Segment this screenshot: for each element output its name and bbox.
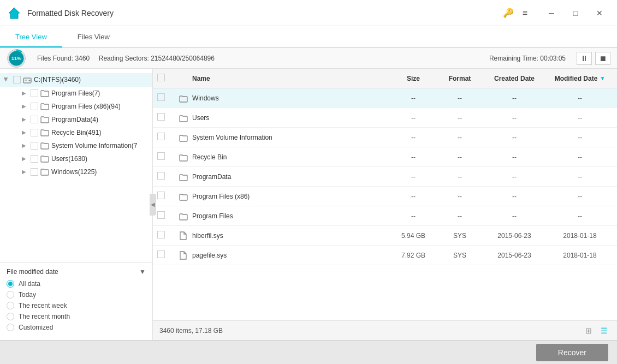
tree-checkbox-child[interactable] — [31, 168, 38, 176]
row-checkbox[interactable] — [157, 211, 165, 219]
tree-child-label: Windows(1225) — [51, 168, 97, 176]
radio-button[interactable] — [7, 291, 14, 299]
col-name-header[interactable]: Name — [192, 75, 389, 82]
row-checkbox[interactable] — [157, 93, 165, 101]
table-row[interactable]: hiberfil.sys 5.94 GB SYS 2015-06-23 2018… — [153, 226, 617, 246]
radio-button[interactable] — [7, 302, 14, 309]
row-checkbox[interactable] — [157, 192, 165, 199]
tab-tree-view[interactable]: Tree View — [0, 27, 62, 47]
table-row[interactable]: pagefile.sys 7.92 GB SYS 2015-06-23 2018… — [153, 246, 617, 265]
filter-option-label: All data — [19, 280, 40, 288]
menu-icon[interactable]: ≡ — [523, 8, 527, 18]
radio-button[interactable] — [7, 313, 14, 320]
row-checkbox-cell — [157, 172, 179, 181]
filter-option[interactable]: Customized — [7, 324, 146, 331]
row-file-icon — [179, 93, 192, 102]
row-checkbox[interactable] — [157, 250, 165, 258]
tree-arrow-child[interactable]: ▶ — [20, 168, 28, 176]
row-format: -- — [438, 114, 482, 122]
stop-button[interactable]: ⏹ — [595, 52, 610, 65]
tree-checkbox-child[interactable] — [31, 116, 38, 123]
recover-button[interactable]: Recover — [536, 344, 608, 361]
filter-header[interactable]: File modified date ▼ — [7, 268, 146, 276]
tree-child-node[interactable]: ▶ Recycle Bin(491) — [9, 126, 152, 139]
filter-collapse-icon[interactable]: ▼ — [139, 268, 146, 276]
row-checkbox-cell — [157, 93, 179, 103]
tree-checkbox-root[interactable] — [13, 76, 21, 83]
filter-area: File modified date ▼ All data Today The … — [0, 262, 152, 340]
radio-button[interactable] — [7, 280, 14, 288]
row-checkbox[interactable] — [157, 113, 165, 121]
tree-child-node[interactable]: ▶ Windows(1225) — [9, 165, 152, 178]
sidebar: ▶ C:(NTFS)(3460) ▶ Program Files(7) — [0, 69, 153, 340]
panel-handle[interactable]: ◀ — [150, 194, 156, 216]
tree-checkbox-child[interactable] — [31, 89, 38, 97]
tree-child-node[interactable]: ▶ Users(1630) — [9, 152, 152, 165]
close-button[interactable]: ✕ — [589, 5, 610, 21]
row-name: Windows — [192, 94, 389, 102]
tree-checkbox-child[interactable] — [31, 155, 38, 163]
row-checkbox[interactable] — [157, 172, 165, 180]
col-created-header[interactable]: Created Date — [482, 75, 547, 82]
tab-files-view[interactable]: Files View — [62, 27, 125, 47]
tree-child-node[interactable]: ▶ ProgramData(4) — [9, 113, 152, 126]
row-checkbox-cell — [157, 152, 179, 162]
row-created: -- — [482, 173, 547, 181]
table-row[interactable]: Recycle Bin -- -- -- -- — [153, 147, 617, 167]
folder-icon — [40, 154, 49, 163]
row-format: SYS — [438, 252, 482, 259]
filter-option[interactable]: Today — [7, 291, 146, 299]
tree-arrow-child[interactable]: ▶ — [20, 141, 28, 150]
key-icon[interactable]: 🔑 — [503, 8, 514, 18]
minimize-button[interactable]: ─ — [541, 5, 562, 21]
row-name: System Volume Information — [192, 134, 389, 141]
row-checkbox[interactable] — [157, 231, 165, 238]
table-row[interactable]: ProgramData -- -- -- -- — [153, 167, 617, 187]
table-row[interactable]: Users -- -- -- -- — [153, 108, 617, 128]
row-created: -- — [482, 94, 547, 102]
radio-button[interactable] — [7, 324, 14, 331]
tree-arrow-child[interactable]: ▶ — [20, 115, 28, 124]
col-format-header[interactable]: Format — [438, 75, 482, 82]
row-file-icon — [179, 172, 192, 181]
table-row[interactable]: Windows -- -- -- -- — [153, 88, 617, 108]
row-size: -- — [389, 173, 438, 181]
filter-option[interactable]: The recent month — [7, 313, 146, 320]
tree-checkbox-child[interactable] — [31, 129, 38, 136]
tree-checkbox-child[interactable] — [31, 142, 38, 150]
table-row[interactable]: System Volume Information -- -- -- -- — [153, 128, 617, 147]
table-header: Name Size Format Created Date Modified D… — [153, 69, 617, 88]
tree-root-node[interactable]: ▶ C:(NTFS)(3460) — [0, 73, 152, 87]
row-checkbox-cell — [157, 211, 179, 220]
tree-child-node[interactable]: ▶ Program Files (x86)(94) — [9, 100, 152, 113]
tree-child-node[interactable]: ▶ System Volume Information(7 — [9, 139, 152, 152]
tree-child-node[interactable]: ▶ Program Files(7) — [9, 87, 152, 100]
col-size-header[interactable]: Size — [389, 75, 438, 82]
filter-option[interactable]: All data — [7, 280, 146, 288]
tree-arrow-child[interactable]: ▶ — [20, 89, 28, 98]
col-modified-header[interactable]: Modified Date ▼ — [547, 75, 613, 82]
tree-arrow-child[interactable]: ▶ — [20, 128, 28, 137]
tree-arrow-child[interactable]: ▶ — [20, 154, 28, 163]
header-check[interactable] — [157, 74, 179, 83]
tree-arrow-child[interactable]: ▶ — [20, 102, 28, 111]
table-row[interactable]: Program Files -- -- -- -- — [153, 206, 617, 226]
grid-view-button[interactable]: ⊞ — [582, 324, 595, 337]
folder-icon — [40, 102, 49, 111]
tree-child-label: System Volume Information(7 — [51, 142, 137, 150]
maximize-button[interactable]: □ — [565, 5, 586, 21]
row-size: 7.92 GB — [389, 252, 438, 259]
row-checkbox[interactable] — [157, 152, 165, 160]
row-size: -- — [389, 134, 438, 141]
filter-option[interactable]: The recent week — [7, 302, 146, 309]
list-view-button[interactable]: ☰ — [597, 324, 610, 337]
tree-arrow-root[interactable]: ▶ — [2, 75, 11, 84]
pause-button[interactable]: ⏸ — [577, 52, 592, 65]
tree-checkbox-child[interactable] — [31, 103, 38, 110]
row-checkbox[interactable] — [157, 133, 165, 140]
select-all-checkbox[interactable] — [157, 74, 165, 81]
tree-children: ▶ Program Files(7) ▶ Program Files (x86)… — [0, 87, 152, 178]
folder-icon — [40, 141, 49, 150]
row-file-icon — [179, 250, 192, 260]
table-row[interactable]: Program Files (x86) -- -- -- -- — [153, 187, 617, 206]
